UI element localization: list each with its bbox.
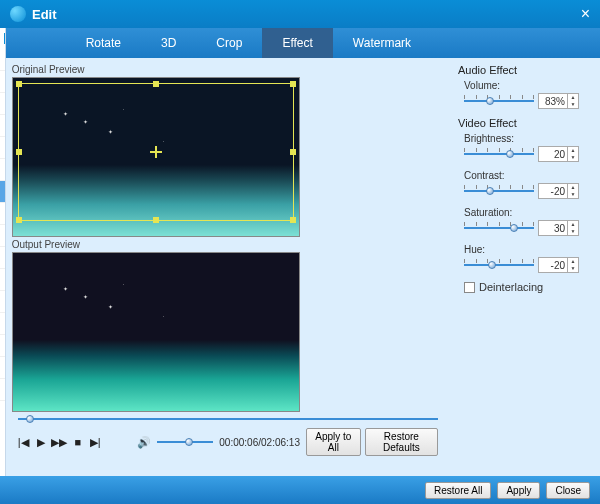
prev-button[interactable]: |◀ [18,435,29,449]
saturation-label: Saturation: [464,207,592,218]
volume-label: Volume: [464,80,592,91]
deinterlacing-checkbox[interactable]: Deinterlacing [464,281,592,293]
effect-properties: Audio Effect Volume: 83% ▲▼ Vid [450,58,600,476]
tab-watermark[interactable]: Watermark [333,28,431,58]
tab-effect[interactable]: Effect [262,28,332,58]
tab-rotate[interactable]: Rotate [66,28,141,58]
spinner-down-icon[interactable]: ▼ [568,101,578,108]
contrast-label: Contrast: [464,170,592,181]
crop-center-icon [150,146,162,158]
deinterlacing-label: Deinterlacing [479,281,543,293]
volume-slider[interactable] [157,437,213,447]
original-preview[interactable]: ✦ ✦ · ✦ · [12,77,300,237]
spinner-up-icon[interactable]: ▲ [568,147,578,154]
hue-slider[interactable] [464,259,534,271]
spinner-up-icon[interactable]: ▲ [568,258,578,265]
saturation-slider[interactable] [464,222,534,234]
contrast-slider[interactable] [464,185,534,197]
checkbox-icon [464,282,475,293]
footer: Restore All Apply Close [0,476,600,504]
restore-defaults-button[interactable]: Restore Defaults [365,428,438,456]
restore-all-button[interactable]: Restore All [425,482,491,499]
app-logo-icon [10,6,26,22]
next-button[interactable]: ▶| [90,435,101,449]
hue-spinner[interactable]: -20 ▲▼ [538,257,579,273]
brightness-spinner[interactable]: 20 ▲▼ [538,146,579,162]
spinner-down-icon[interactable]: ▼ [568,154,578,161]
playback-time: 00:00:06/02:06:13 [219,437,300,448]
apply-button[interactable]: Apply [497,482,540,499]
tab-3d[interactable]: 3D [141,28,196,58]
volume-icon[interactable]: 🔊 [137,435,151,449]
output-preview: ✦ ✦ · ✦ · [12,252,300,412]
play-button[interactable]: ▶ [35,435,46,449]
apply-to-all-button[interactable]: Apply to All [306,428,361,456]
fast-forward-button[interactable]: ▶▶ [52,435,66,449]
spinner-down-icon[interactable]: ▼ [568,228,578,235]
output-preview-label: Output Preview [12,237,444,252]
hue-label: Hue: [464,244,592,255]
close-icon[interactable]: × [581,5,590,23]
spinner-up-icon[interactable]: ▲ [568,184,578,191]
stop-button[interactable]: ■ [72,435,83,449]
edit-tabs: Rotate3DCropEffectWatermark [6,28,600,58]
video-effect-section: Video Effect [458,117,592,129]
spinner-down-icon[interactable]: ▼ [568,265,578,272]
seek-slider[interactable] [18,414,438,424]
contrast-spinner[interactable]: -20 ▲▼ [538,183,579,199]
crop-frame[interactable] [18,83,294,221]
spinner-up-icon[interactable]: ▲ [568,94,578,101]
volume-effect-slider[interactable] [464,95,534,107]
titlebar: Edit × [0,0,600,28]
close-button[interactable]: Close [546,482,590,499]
audio-effect-section: Audio Effect [458,64,592,76]
spinner-up-icon[interactable]: ▲ [568,221,578,228]
saturation-spinner[interactable]: 30 ▲▼ [538,220,579,236]
volume-spinner[interactable]: 83% ▲▼ [538,93,579,109]
tab-crop[interactable]: Crop [196,28,262,58]
spinner-down-icon[interactable]: ▼ [568,191,578,198]
original-preview-label: Original Preview [12,62,444,77]
brightness-slider[interactable] [464,148,534,160]
brightness-label: Brightness: [464,133,592,144]
window-title: Edit [32,7,57,22]
